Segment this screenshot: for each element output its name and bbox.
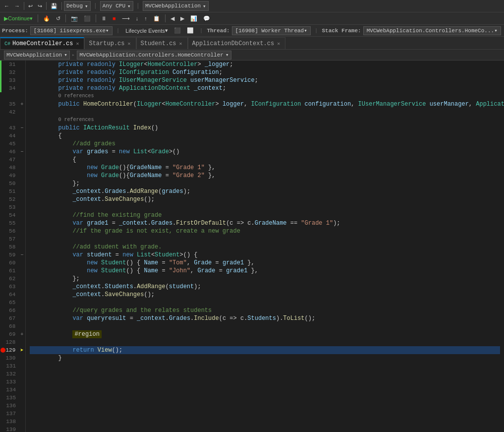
code-line-ref2: 0 references <box>30 116 500 124</box>
forward-btn[interactable]: → <box>12 1 22 11</box>
chevron-down-icon: ▾ <box>85 3 88 9</box>
lifecycle-label: Lifecycle Events <box>125 28 165 34</box>
collapse-icon[interactable]: − <box>20 252 23 258</box>
gutter-row: 57 <box>0 235 25 243</box>
code-line-35: public HomeController(ILogger<HomeContro… <box>30 100 500 108</box>
code-line-66: //query grades and the relates students <box>30 307 500 314</box>
thread-dropdown[interactable]: [16908] Worker Thread ▾ <box>232 26 311 35</box>
back-btn[interactable]: ← <box>2 1 11 11</box>
stop-btn[interactable]: ■ <box>111 13 118 23</box>
sep5 <box>65 14 66 22</box>
code-line-56: //if the grade is not exist, create a ne… <box>30 227 500 235</box>
diag-btn[interactable]: 📊 <box>188 13 199 23</box>
gutter-row: 51 <box>0 187 25 195</box>
sep1 <box>24 2 24 10</box>
process-bar: Process: [31668] iisexpress.exe ▾ | Life… <box>0 25 504 37</box>
gutter-row: 62 <box>0 275 25 283</box>
class-breadcrumb[interactable]: MVCWebApplication.Controllers.HomeContro… <box>77 51 231 60</box>
app-label: MVCWebApplication <box>145 3 201 9</box>
lifecycle-btn[interactable]: Lifecycle Events ▾ <box>123 26 169 36</box>
screenshot-btn[interactable]: 📷 <box>69 13 80 23</box>
code-line-68 <box>30 322 500 330</box>
prev-btn[interactable]: ◀ <box>168 13 176 23</box>
chevron-down-icon: ▾ <box>165 27 168 34</box>
code-editor[interactable]: private readonly ILogger<HomeController>… <box>26 61 504 432</box>
code-container: 31 32 33 34 35+ 42 43− 44 45 46− 47 48 4… <box>0 61 504 432</box>
sep7 <box>165 14 166 22</box>
collapse-icon[interactable]: + <box>20 332 23 337</box>
class-label: MVCWebApplication.Controllers.HomeContro… <box>79 52 223 58</box>
gutter-row: 131 <box>0 362 25 370</box>
gutter-row: 60 <box>0 259 25 267</box>
code-line-42 <box>30 108 500 116</box>
gutter-row: 58 <box>0 243 25 251</box>
filter2-btn[interactable]: ⬜ <box>185 26 196 36</box>
collapse-icon[interactable]: + <box>20 102 23 107</box>
tab-label: Startup.cs <box>89 40 124 47</box>
tab-close-btn[interactable]: ✕ <box>126 40 131 47</box>
code-line-58: //add student with grade. <box>30 243 500 251</box>
code-line-129: return View(); <box>30 346 500 354</box>
debug-arrow-icon: ➤ <box>20 347 24 354</box>
restart-btn[interactable]: ↺ <box>54 13 62 23</box>
code-line-59: var student = new List<Student>() { <box>30 251 500 259</box>
hot-reload-btn[interactable]: 🔥 <box>41 13 52 23</box>
pause-btn[interactable]: ⏸ <box>99 13 109 23</box>
code-line-132 <box>30 370 500 378</box>
tab-close-btn[interactable]: ✕ <box>178 40 183 47</box>
chevron-down-icon: ▾ <box>106 27 109 34</box>
cpu-dropdown[interactable]: Any CPU ▾ <box>100 1 133 11</box>
gutter-row: 49 <box>0 172 25 180</box>
gutter-row: 128 <box>0 338 25 346</box>
tab-student[interactable]: Student.cs ✕ <box>136 37 188 49</box>
code-line-139 <box>30 426 500 432</box>
redo-btn[interactable]: ↪ <box>36 1 44 11</box>
undo-btn[interactable]: ↩ <box>26 1 35 11</box>
gutter-row: 132 <box>0 370 25 378</box>
tab-close-btn[interactable]: ✕ <box>75 40 80 47</box>
filter-btn[interactable]: ⬛ <box>172 26 183 36</box>
collapse-icon[interactable]: − <box>20 149 23 155</box>
gutter-row: 32 <box>0 68 25 76</box>
gutter-row: 43− <box>0 124 25 132</box>
code-line-33: private readonly IUserManagerService use… <box>30 76 500 84</box>
gutter-row: 33 <box>0 76 25 84</box>
debug-dropdown[interactable]: Debug ▾ <box>64 1 91 11</box>
step-over-btn[interactable]: ⟶ <box>120 13 132 23</box>
tab-close-btn[interactable]: ✕ <box>276 40 281 47</box>
debug-label: Debug <box>66 3 83 9</box>
code-line-53 <box>30 203 500 211</box>
gutter-row: 130 <box>0 354 25 362</box>
tab-startup[interactable]: Startup.cs ✕ <box>84 37 136 49</box>
code-line-137 <box>30 410 500 418</box>
cpu-btn[interactable]: ⬛ <box>82 13 93 23</box>
feedback-btn[interactable]: 💬 <box>201 13 212 23</box>
app-dropdown[interactable]: MVCWebApplication ▾ <box>143 1 209 11</box>
step-into-btn[interactable]: ↓ <box>134 13 141 23</box>
next-btn[interactable]: ▶ <box>178 13 186 23</box>
gutter-row: 67 <box>0 314 25 322</box>
gutter-row <box>0 92 25 100</box>
collapse-icon[interactable]: − <box>20 125 23 131</box>
project-label: MVCWebApplication <box>6 52 62 58</box>
gutter-row: 68 <box>0 322 25 330</box>
call-stack-btn[interactable]: 📋 <box>151 13 162 23</box>
chevron-down-icon: ▾ <box>127 3 131 9</box>
tab-homecontroller[interactable]: C# HomeController.cs ✕ <box>0 37 84 49</box>
breakpoint-icon[interactable] <box>0 348 5 353</box>
save-btn[interactable]: 💾 <box>49 1 59 11</box>
gutter-row: 61 <box>0 267 25 275</box>
code-line-46: var grades = new List<Grade>() <box>30 148 500 156</box>
stack-dropdown[interactable]: MVCWebApplication.Controllers.HomeCo... … <box>363 26 501 35</box>
gutter-row: 63 <box>0 283 25 291</box>
continue-btn[interactable]: ▶ Continue ▾ <box>2 13 35 23</box>
process-dropdown[interactable]: [31668] iisexpress.exe ▾ <box>30 26 112 35</box>
tab-applicationdbcontext[interactable]: ApplicationDbContext.cs ✕ <box>188 37 286 49</box>
code-line-62: }; <box>30 275 500 283</box>
gutter-row: 35+ <box>0 100 25 108</box>
project-breadcrumb[interactable]: MVCWebApplication ▾ <box>4 51 70 60</box>
step-out-btn[interactable]: ↑ <box>142 13 149 23</box>
tab-label: Student.cs <box>141 40 176 47</box>
gutter-row: 64 <box>0 291 25 299</box>
gutter-row: 56 <box>0 227 25 235</box>
